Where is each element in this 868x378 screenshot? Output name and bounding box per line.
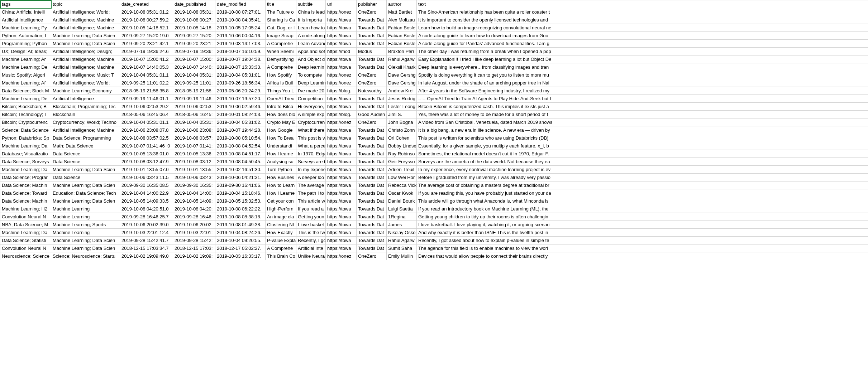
cell-text[interactable]: Learn how to build an image-recognizing … [417, 24, 868, 32]
cell-date_modified[interactable]: 2019-09-30 16:41:06. [215, 181, 266, 189]
cell-date_modified[interactable]: 2019-10-01 08:24:03. [215, 111, 266, 118]
cell-date_published[interactable]: 2019-07-19 19:36: [173, 48, 215, 55]
cell-topic[interactable]: Cryptocurrency; World; Techno [51, 118, 120, 126]
cell-author[interactable]: Dave Gershg [387, 79, 417, 87]
cell-url[interactable]: https://onez [326, 71, 357, 79]
cell-author[interactable]: Ori Cohen [387, 134, 417, 142]
cell-tags[interactable]: Machine Learning; Af [0, 79, 51, 87]
cell-date_published[interactable]: 2019-10-02 19:09: [173, 252, 215, 260]
cell-date_published[interactable]: 2019-09-20 23:21: [173, 40, 215, 48]
cell-topic[interactable]: Math; Data Science [51, 142, 120, 150]
cell-author[interactable]: Braxton Perr [387, 48, 417, 55]
cell-date_modified[interactable]: 2019-10-05 17:05:24. [215, 24, 266, 32]
cell-subtitle[interactable]: Learn how to [296, 24, 326, 32]
cell-date_published[interactable]: 2018-12-15 17:03: [173, 244, 215, 252]
cell-author[interactable]: Lester Leong [387, 103, 417, 111]
cell-topic[interactable]: Artificial Intelligence; World; [51, 8, 120, 16]
cell-author[interactable]: Emily Mullin [387, 252, 417, 260]
cell-publisher[interactable]: Towards Dat [357, 244, 387, 252]
cell-tags[interactable]: Machine Learning; H2 [0, 205, 51, 213]
cell-author[interactable]: Oleksii Khark [387, 63, 417, 71]
cell-publisher[interactable]: Modus [357, 48, 387, 55]
cell-text[interactable]: A code-along guide to learn how to downl… [417, 32, 868, 40]
cell-topic[interactable]: Artificial Intelligence; Machine [51, 126, 120, 134]
cell-subtitle[interactable]: It is importa [296, 16, 326, 24]
cell-text[interactable]: If you read an introductory book on Mach… [417, 205, 868, 213]
cell-subtitle[interactable]: This post is w [296, 134, 326, 142]
cell-topic[interactable]: Artificial Intelligence [51, 95, 120, 103]
cell-title[interactable]: How Google [266, 126, 296, 134]
cell-url[interactable]: https://towa [326, 244, 357, 252]
cell-url[interactable]: https://towa [326, 221, 357, 229]
cell-author[interactable]: Rebecca Vick [387, 181, 417, 189]
cell-tags[interactable]: Convolution Neural N [0, 244, 51, 252]
cell-text[interactable]: Essentially, for a given sample, you mul… [417, 142, 868, 150]
cell-date_modified[interactable]: 2019-10-08 07:27:01. [215, 8, 266, 16]
cell-publisher[interactable]: Towards Dat [357, 134, 387, 142]
cell-date_modified[interactable]: 2019-10-03 14:17:03. [215, 40, 266, 48]
header-date-created[interactable]: date_created [120, 0, 173, 8]
cell-text[interactable]: The other day I was returning from a bre… [417, 48, 868, 55]
cell-tags[interactable]: Science; Data Science [0, 126, 51, 134]
cell-author[interactable]: Adrien Treuil [387, 166, 417, 174]
cell-date_created[interactable]: 2019-10-01 13:55:07.0 [120, 166, 173, 174]
cell-date_modified[interactable]: 2019-10-07 19:04:38. [215, 55, 266, 63]
cell-url[interactable]: https://towa [326, 126, 357, 134]
cell-title[interactable]: A Comprehe [266, 63, 296, 71]
cell-date_modified[interactable]: 2019-10-07 19:44:28. [215, 126, 266, 134]
cell-date_modified[interactable]: 2019-10-07 16:10:59. [215, 48, 266, 55]
cell-date_created[interactable]: 2019-09-20 23:21:42.1 [120, 40, 173, 48]
cell-url[interactable]: https://onez [326, 8, 357, 16]
cell-url[interactable]: https://towa [326, 24, 357, 32]
cell-date_modified[interactable]: 2019-10-08 04:52:54. [215, 142, 266, 150]
cell-topic[interactable]: Artificial Intelligence; Music; T [51, 71, 120, 79]
cell-date_modified[interactable]: 2019-10-06 00:04:16. [215, 32, 266, 40]
cell-text[interactable]: This article will go through what Anacon… [417, 197, 868, 205]
cell-publisher[interactable]: Towards Dat [357, 32, 387, 40]
cell-text[interactable]: The Sino-American relationship has been … [417, 8, 868, 16]
cell-url[interactable]: https://towa [326, 142, 357, 150]
cell-subtitle[interactable]: A deeper loo [296, 174, 326, 181]
cell-text[interactable]: A code-along guide for Pandas' advanced … [417, 40, 868, 48]
cell-author[interactable]: John Bogna [387, 118, 417, 126]
cell-title[interactable]: An image cla [266, 213, 296, 221]
cell-title[interactable]: The Future o [266, 8, 296, 16]
cell-topic[interactable]: Machine Learning [51, 213, 120, 221]
cell-title[interactable]: Cat, Dog, or I [266, 24, 296, 32]
cell-date_created[interactable]: 2019-10-04 05:31:01.1 [120, 118, 173, 126]
header-subtitle[interactable]: subtitle [296, 0, 326, 8]
cell-date_published[interactable]: 2019-10-08 03:12: [173, 158, 215, 166]
cell-subtitle[interactable]: This is the tw [296, 229, 326, 237]
cell-date_published[interactable]: 2019-10-03 22:01: [173, 229, 215, 237]
cell-author[interactable]: Sumit Saha [387, 244, 417, 252]
cell-author[interactable]: Daniel Bourk [387, 197, 417, 205]
cell-date_published[interactable]: 2019-10-05 14:09: [173, 197, 215, 205]
cell-date_published[interactable]: 2019-10-04 05:31: [173, 118, 215, 126]
cell-tags[interactable]: Programming; Python [0, 40, 51, 48]
cell-tags[interactable]: China; Artificial Intelli [0, 8, 51, 16]
cell-author[interactable]: Christo Zonn [387, 126, 417, 134]
cell-topic[interactable]: Artificial Intelligence; Machine [51, 63, 120, 71]
cell-title[interactable]: How I Learne [266, 189, 296, 197]
cell-text[interactable]: Spotify is doing everything it can to ge… [417, 71, 868, 79]
cell-tags[interactable]: Python; Automation; I [0, 32, 51, 40]
cell-topic[interactable]: Artificial Intelligence; Machine [51, 16, 120, 24]
cell-publisher[interactable]: Towards Dat [357, 63, 387, 71]
cell-title[interactable]: Africa Is Buil [266, 79, 296, 87]
cell-title[interactable]: How Spotify [266, 71, 296, 79]
cell-tags[interactable]: Artificial Intelligence [0, 16, 51, 24]
cell-topic[interactable]: Blockchain; Programming; Tec [51, 103, 120, 111]
cell-author[interactable]: Fabian Bosle [387, 32, 417, 40]
cell-text[interactable]: And why exactly it is better than tSNE T… [417, 229, 868, 237]
header-tags[interactable]: tags [0, 0, 51, 8]
cell-subtitle[interactable]: Hi everyone, [296, 103, 326, 111]
cell-tags[interactable]: Data Science; Prograr [0, 174, 51, 181]
cell-title[interactable]: Sharing is Ca [266, 16, 296, 24]
cell-url[interactable]: https://towa [326, 174, 357, 181]
cell-subtitle[interactable]: The average [296, 181, 326, 189]
cell-publisher[interactable]: OneZero [357, 118, 387, 126]
cell-subtitle[interactable]: Getting youn [296, 213, 326, 221]
cell-text[interactable]: --:-- OpenAI Tried to Train AI Agents to… [417, 95, 868, 103]
cell-date_created[interactable]: 2019-10-08 04:20:51.0 [120, 205, 173, 213]
cell-url[interactable]: https://blog. [326, 87, 357, 95]
